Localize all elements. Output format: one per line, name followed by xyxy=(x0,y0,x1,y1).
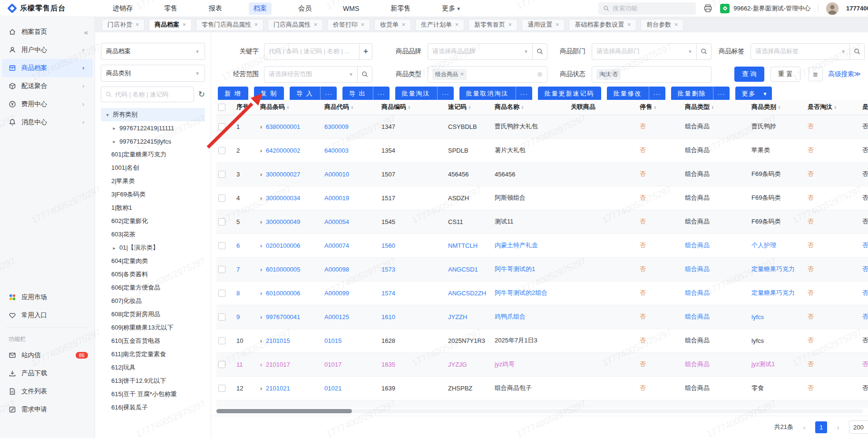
sidebar-item-request[interactable]: 需求申请 xyxy=(0,400,95,419)
top-nav-item[interactable]: 更多▼ xyxy=(437,2,466,15)
more-options-icon[interactable]: ··· xyxy=(649,87,665,101)
row-checkbox[interactable] xyxy=(218,171,225,178)
column-header[interactable]: 是否淘汰▲▼ xyxy=(806,100,860,115)
row-checkbox[interactable] xyxy=(218,266,225,273)
category-tree-node[interactable]: 613|饼干12.9元以下 xyxy=(101,374,205,388)
tree-expand-icon[interactable]: ▸ xyxy=(111,245,117,251)
column-header[interactable]: 商品类型▲▼ xyxy=(683,100,750,115)
close-icon[interactable]: × xyxy=(361,21,364,28)
cell-code[interactable]: A000074 xyxy=(322,234,380,257)
cell-code[interactable]: A000010 xyxy=(322,162,380,186)
category-tree-node[interactable]: ▾ 所有类别 xyxy=(101,108,205,121)
workspace-tab[interactable]: 门店补货× xyxy=(102,19,145,31)
query-button[interactable]: 查 询 xyxy=(734,67,764,82)
close-icon[interactable]: × xyxy=(674,21,678,28)
category-tree-node[interactable]: 602|定量膨化 xyxy=(101,214,205,228)
expand-row-icon[interactable]: › xyxy=(260,338,262,344)
store-badge[interactable]: 99662-新界面测试-管理中心 xyxy=(720,4,810,13)
cell-code[interactable]: 01017 xyxy=(322,352,380,376)
action-button[interactable]: 导 入 ··· xyxy=(290,87,337,101)
category-mode-select[interactable]: 商品类别 ▼ xyxy=(101,65,205,82)
close-icon[interactable]: × xyxy=(314,21,317,28)
page-size-select[interactable]: 200▼ xyxy=(849,420,868,434)
sidebar-item-common-entry[interactable]: 常用入口 xyxy=(0,306,95,324)
keyword-input[interactable]: 代码 | 条码 | 速记码 | 名称 | ... + xyxy=(264,43,372,60)
row-checkbox[interactable] xyxy=(218,242,225,249)
row-checkbox[interactable] xyxy=(218,195,225,202)
cell-code[interactable]: A000019 xyxy=(322,186,380,210)
barcode-link[interactable]: 0200100006 xyxy=(266,242,300,249)
sort-icon[interactable]: ▲▼ xyxy=(653,106,657,109)
global-search-input[interactable]: 搜索功能 xyxy=(598,2,696,15)
action-button[interactable]: 更多 ▼ xyxy=(735,87,772,101)
column-header[interactable]: 序号 xyxy=(234,100,258,115)
tag-search-icon[interactable] xyxy=(849,44,864,59)
cell-code[interactable]: 01021 xyxy=(322,376,380,400)
expand-row-icon[interactable]: › xyxy=(260,266,262,273)
sidebar-item-delivery[interactable]: 配送聚合› xyxy=(0,77,95,95)
workspace-tab[interactable]: 商品档案× xyxy=(149,19,192,31)
category-tree-node[interactable]: 603|花茶 xyxy=(101,228,205,241)
category-tree-node[interactable]: 611|南北货定量素食 xyxy=(101,348,205,361)
category-tree-node[interactable]: 2|苹果类 xyxy=(101,175,205,188)
top-nav-item[interactable]: 报表 xyxy=(204,2,227,15)
sidebar-item-file-list[interactable]: 文件列表 xyxy=(0,382,95,400)
row-checkbox[interactable] xyxy=(218,361,225,368)
close-icon[interactable]: × xyxy=(508,21,512,28)
category-tree-node[interactable]: 605|各类酱料 xyxy=(101,268,205,281)
sidebar-item-message-center[interactable]: 消息中心› xyxy=(0,113,95,131)
workspace-tab[interactable]: 通用设置× xyxy=(522,19,565,31)
scope-select[interactable]: 请选择经营范围 ▼ xyxy=(264,66,372,83)
action-button[interactable]: 批量修改 ··· xyxy=(607,87,665,101)
close-icon[interactable]: × xyxy=(627,21,631,28)
expand-row-icon[interactable]: › xyxy=(260,243,262,249)
barcode-link[interactable]: 2101015 xyxy=(266,337,290,344)
select-all-checkbox[interactable] xyxy=(218,104,225,111)
brand-search-icon[interactable] xyxy=(532,44,547,59)
expand-row-icon[interactable]: › xyxy=(260,290,262,297)
column-header[interactable]: 速记码▲▼ xyxy=(446,100,493,115)
expand-row-icon[interactable]: › xyxy=(260,147,262,154)
row-checkbox[interactable] xyxy=(218,147,225,154)
category-tree-node[interactable]: 607|化妆品 xyxy=(101,294,205,308)
barcode-link[interactable]: 2101017 xyxy=(266,361,290,368)
column-header[interactable]: 关联商品 xyxy=(569,100,638,115)
top-nav-item[interactable]: 会员 xyxy=(293,2,316,15)
tree-expand-icon[interactable]: ▸ xyxy=(111,139,117,144)
cell-code[interactable]: A000098 xyxy=(322,257,380,281)
action-button[interactable]: 复 制 xyxy=(254,87,284,101)
top-nav-item[interactable]: WMS xyxy=(338,3,364,14)
sort-icon[interactable]: ▲▼ xyxy=(468,106,471,109)
scope-search-icon[interactable] xyxy=(357,67,372,82)
action-button[interactable]: 新 增 xyxy=(218,87,248,101)
cell-code[interactable]: 01015 xyxy=(322,329,380,352)
sidebar-item-home[interactable]: 档案首页 « xyxy=(0,23,95,41)
sidebar-item-goods-archive[interactable]: 商品档案› xyxy=(2,59,93,77)
advanced-search-link[interactable]: 高级搜索≫ xyxy=(829,70,861,78)
close-icon[interactable]: × xyxy=(183,21,186,28)
row-checkbox[interactable] xyxy=(218,290,225,297)
current-page-button[interactable]: 1 xyxy=(815,421,827,433)
workspace-tab[interactable]: 前台参数× xyxy=(641,19,683,31)
top-nav-item[interactable]: 新零售 xyxy=(386,2,415,15)
column-header[interactable]: 停售▲▼ xyxy=(638,100,683,115)
expand-row-icon[interactable]: › xyxy=(260,314,262,321)
column-header[interactable]: 是否称重 xyxy=(860,100,868,115)
status-select[interactable]: 淘汰:否 xyxy=(592,66,712,83)
category-tree-node[interactable]: ▸ 99767122419|11111 xyxy=(101,121,205,135)
cell-code[interactable]: 01022 xyxy=(322,400,380,408)
barcode-link[interactable]: 3000000027 xyxy=(266,171,300,178)
top-nav-item[interactable]: 零售 xyxy=(159,2,182,15)
more-options-icon[interactable]: ··· xyxy=(516,87,532,101)
category-search-input[interactable]: 代码 | 名称 | 速记码 xyxy=(101,87,194,102)
barcode-link[interactable]: 3000000034 xyxy=(266,195,300,202)
more-options-icon[interactable]: ··· xyxy=(713,87,730,101)
clear-icon[interactable]: ⊗ xyxy=(537,70,543,78)
printer-icon[interactable] xyxy=(703,4,712,13)
workspace-tab[interactable]: 价签打印× xyxy=(327,19,370,31)
category-tree-node[interactable]: ▸ 99767122415|lyfcs xyxy=(101,135,205,148)
tree-expand-icon[interactable]: ▸ xyxy=(111,126,117,131)
sort-icon[interactable]: ▲▼ xyxy=(834,106,837,109)
top-nav-item[interactable]: 档案 xyxy=(249,2,272,15)
row-checkbox[interactable] xyxy=(218,337,225,344)
